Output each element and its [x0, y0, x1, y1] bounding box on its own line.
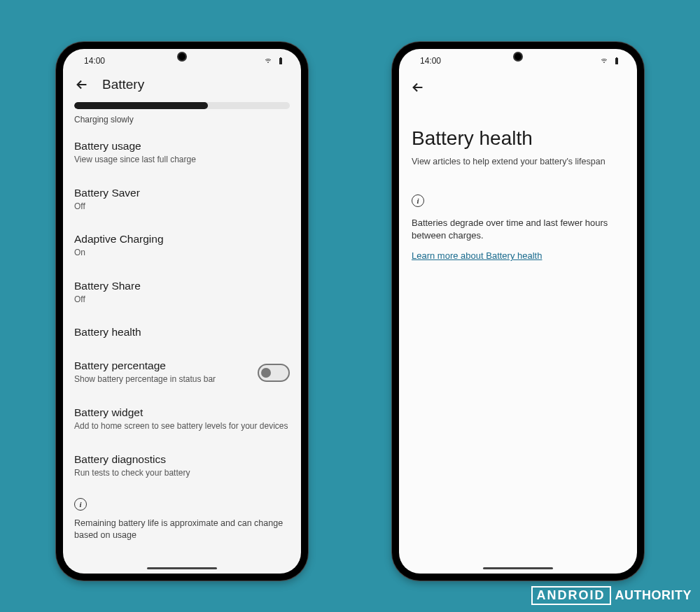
setting-battery-widget[interactable]: Battery widget Add to home screen to see… — [74, 395, 290, 442]
setting-sub: View usage since last full charge — [74, 155, 290, 166]
setting-title: Battery Saver — [74, 187, 290, 199]
info-icon: i — [412, 194, 424, 207]
watermark-text: AUTHORITY — [615, 588, 692, 603]
setting-sub: Run tests to check your battery — [74, 468, 290, 479]
footer-note-text: Remaining battery life is approximate an… — [74, 518, 290, 541]
phone-left: 14:00 Battery Charging slowly Battery us… — [56, 42, 308, 581]
setting-sub: Add to home screen to see battery levels… — [74, 421, 290, 432]
battery-progress-fill — [74, 102, 208, 109]
app-bar — [399, 73, 637, 102]
setting-battery-health[interactable]: Battery health — [74, 315, 290, 348]
setting-title: Adaptive Charging — [74, 233, 290, 245]
watermark-boxed: ANDROID — [531, 586, 611, 605]
setting-sub: Off — [74, 294, 290, 306]
front-camera — [177, 52, 187, 62]
charging-status: Charging slowly — [74, 115, 290, 124]
battery-icon — [276, 57, 286, 65]
setting-battery-diagnostics[interactable]: Battery diagnostics Run tests to check y… — [74, 442, 290, 489]
footer-note: i Remaining battery life is approximate … — [74, 488, 290, 541]
front-camera — [513, 52, 523, 62]
phone-right: 14:00 Battery health View articles to he… — [392, 42, 644, 581]
nav-handle[interactable] — [147, 567, 217, 570]
battery-icon — [612, 57, 622, 65]
setting-title: Battery Share — [74, 280, 290, 292]
setting-battery-share[interactable]: Battery Share Off — [74, 269, 290, 315]
setting-title: Battery widget — [74, 406, 290, 419]
status-time: 14:00 — [84, 56, 105, 66]
info-icon: i — [74, 498, 87, 511]
setting-battery-usage[interactable]: Battery usage View usage since last full… — [74, 129, 290, 176]
setting-title: Battery diagnostics — [74, 453, 290, 466]
setting-battery-percentage[interactable]: Battery percentage Show battery percenta… — [74, 348, 290, 395]
nav-handle[interactable] — [483, 567, 553, 570]
wifi-icon — [599, 57, 609, 65]
page-title: Battery health — [399, 102, 637, 157]
status-time: 14:00 — [420, 56, 441, 66]
setting-sub: Show battery percentage in status bar — [74, 374, 258, 385]
setting-sub: On — [74, 248, 290, 259]
watermark: ANDROID AUTHORITY — [531, 586, 692, 605]
page-subtitle: View articles to help extend your batter… — [399, 157, 637, 194]
info-body: Batteries degrade over time and last few… — [412, 217, 624, 242]
setting-title: Battery health — [74, 326, 290, 339]
setting-title: Battery usage — [74, 140, 290, 152]
setting-sub: Off — [74, 201, 290, 213]
learn-more-link[interactable]: Learn more about Battery health — [412, 250, 542, 261]
page-title: Battery — [102, 77, 144, 92]
back-icon[interactable] — [74, 77, 90, 92]
battery-progress: Charging slowly — [74, 102, 290, 124]
wifi-icon — [263, 57, 273, 65]
back-icon[interactable] — [410, 80, 426, 95]
toggle-knob — [261, 368, 271, 378]
setting-battery-saver[interactable]: Battery Saver Off — [74, 176, 290, 222]
battery-percentage-toggle[interactable] — [258, 364, 290, 382]
setting-title: Battery percentage — [74, 360, 258, 372]
app-bar: Battery — [63, 73, 301, 99]
setting-adaptive-charging[interactable]: Adaptive Charging On — [74, 222, 290, 269]
